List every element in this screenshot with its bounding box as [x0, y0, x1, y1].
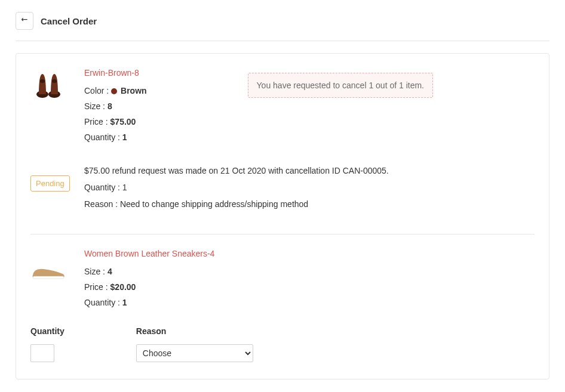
refund-block: Pending $75.00 refund request was made o… [30, 166, 535, 216]
status-badge: Pending [30, 175, 70, 192]
back-button[interactable] [16, 12, 33, 30]
back-arrow-icon [20, 17, 29, 25]
product-name-link[interactable]: Women Brown Leather Sneakers-4 [84, 249, 535, 258]
cancel-form: Quantity Reason Choose [30, 326, 535, 362]
reason-label: Reason [136, 326, 253, 336]
refund-line: Reason : Need to change shipping address… [84, 199, 389, 209]
attr-quantity: Quantity : 1 [84, 132, 535, 142]
cancel-order-card: Erwin-Brown-8 Color : Brown Size : 8 Pri… [16, 53, 549, 379]
color-swatch [111, 88, 117, 94]
attr-quantity: Quantity : 1 [84, 298, 535, 307]
quantity-label: Quantity [30, 326, 65, 336]
order-item: Women Brown Leather Sneakers-4 Size : 4 … [30, 249, 535, 313]
quantity-input[interactable] [30, 344, 54, 362]
shoe-icon [30, 70, 66, 101]
attr-price: Price : $20.00 [84, 282, 535, 292]
svg-rect-4 [33, 276, 64, 279]
svg-point-3 [52, 79, 57, 83]
page-header: Cancel Order [16, 12, 549, 41]
divider [30, 234, 535, 234]
product-thumbnail [30, 68, 66, 104]
sneaker-icon [30, 257, 66, 288]
refund-line: $75.00 refund request was made on 21 Oct… [84, 166, 389, 175]
attr-size: Size : 4 [84, 267, 535, 276]
order-item: Erwin-Brown-8 Color : Brown Size : 8 Pri… [30, 68, 535, 148]
page-title: Cancel Order [41, 16, 97, 26]
reason-select[interactable]: Choose [136, 344, 253, 362]
product-thumbnail [30, 249, 66, 285]
attr-size: Size : 8 [84, 101, 535, 111]
refund-line: Quantity : 1 [84, 183, 389, 192]
cancel-request-banner: You have requested to cancel 1 out of 1 … [248, 73, 433, 98]
attr-price: Price : $75.00 [84, 117, 535, 126]
svg-point-2 [40, 79, 45, 83]
